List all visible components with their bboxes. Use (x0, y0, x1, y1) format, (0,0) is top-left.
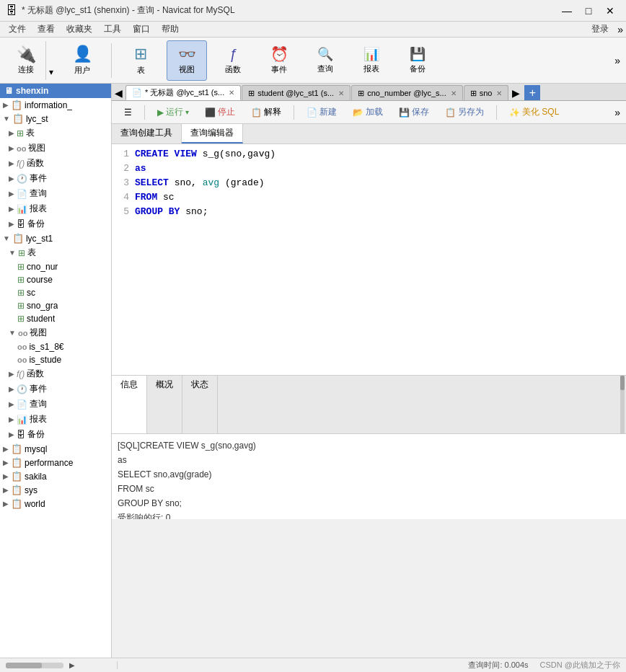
report-group-icon: 📊 (17, 204, 27, 214)
tab-cno-close[interactable]: ✕ (451, 89, 457, 97)
toolbar-report-button[interactable]: 📊 报表 (351, 40, 392, 81)
toolbar-table-button[interactable]: ⊞ 表 (120, 40, 161, 81)
tab-student[interactable]: ⊞ student @lyc_st1 (s... ✕ (242, 85, 351, 100)
result-select-line: SELECT sno,avg(grade) (118, 467, 620, 482)
tab-cno-label: cno_number @lyc_s... (367, 89, 446, 97)
code-editor[interactable]: 1 CREATE VIEW s_g(sno,gavg) 2 as 3 SELEC… (112, 144, 626, 375)
menu-window[interactable]: 窗口 (127, 22, 156, 37)
tab-prev-icon[interactable]: ◀ (112, 85, 125, 100)
toolbar-expand-icon[interactable]: » (614, 55, 620, 66)
sidebar-item-cno-number[interactable]: ⊞ cno_nur (0, 260, 111, 273)
sidebar-item-lyc-st-event[interactable]: ▶ 🕐 事件 (0, 171, 111, 186)
sidebar-item-lyc-st-func[interactable]: ▶ f() 函数 (0, 156, 111, 171)
tab-cno-icon: ⊞ (358, 89, 364, 98)
result-tab-info[interactable]: 信息 (112, 376, 147, 433)
close-button[interactable]: ✕ (600, 4, 620, 18)
minimize-button[interactable]: — (557, 4, 577, 18)
sidebar-item-lyc-st1-event[interactable]: ▶ 🕐 事件 (0, 381, 111, 397)
new-button[interactable]: 📄 新建 (300, 103, 343, 121)
result-tab-status[interactable]: 状态 (182, 376, 218, 433)
tab-query1[interactable]: 📄 * 无标题 @lyc_st1 (s... ✕ (125, 85, 241, 100)
sidebar-item-course[interactable]: ⊞ course (0, 273, 111, 286)
menu-view[interactable]: 查看 (32, 22, 61, 37)
tab-query1-close[interactable]: ✕ (229, 89, 234, 97)
beautify-button[interactable]: ✨ 美化 SQL (503, 103, 565, 121)
tab-cno[interactable]: ⊞ cno_number @lyc_s... ✕ (351, 85, 463, 100)
explain-button[interactable]: 📋 解释 (244, 103, 288, 121)
line-num-2: 2 (115, 162, 129, 176)
load-button[interactable]: 📂 加载 (346, 103, 389, 121)
sidebar-item-lyc-st-view[interactable]: ▶ oo 视图 (0, 141, 111, 156)
result-tab-overview-label: 概况 (156, 379, 173, 389)
sidebar-item-sc[interactable]: ⊞ sc (0, 286, 111, 299)
sidebar-item-is-student[interactable]: oo is_stude (0, 353, 111, 366)
run-button[interactable]: ▶ 运行 ▾ (151, 103, 195, 121)
db-performance-icon: 📋 (11, 457, 22, 468)
connect-dropdown-icon[interactable]: ▾ (45, 41, 56, 80)
query-toolbar-icon: 🔍 (317, 46, 333, 62)
table-sno-icon: ⊞ (17, 301, 25, 311)
toolbar-function-button[interactable]: ƒ 函数 (213, 40, 253, 81)
tab-sno-close[interactable]: ✕ (496, 89, 502, 97)
result-tab-overview[interactable]: 概况 (147, 376, 182, 433)
sidebar-item-lyc-st1[interactable]: ▼ 📋 lyc_st1 (0, 231, 111, 245)
sidebar-item-lyc-st-query[interactable]: ▶ 📄 查询 (0, 186, 111, 201)
sidebar-item-world[interactable]: ▶ 📋 world (0, 497, 111, 510)
sidebar-item-performance[interactable]: ▶ 📋 performance (0, 456, 111, 469)
sidebar-item-lyc-st-report-label: 报表 (30, 203, 47, 215)
sidebar-item-is-s1[interactable]: oo is_s1_8€ (0, 340, 111, 353)
view-is-student-icon: oo (17, 355, 27, 364)
menu-login[interactable]: 登录 (586, 22, 614, 37)
sidebar-item-sakila[interactable]: ▶ 📋 sakila (0, 469, 111, 483)
sidebar-item-lyc-st-table-label: 表 (26, 127, 35, 139)
tab-student-close[interactable]: ✕ (338, 89, 344, 97)
tab-query-editor[interactable]: 查询编辑器 (182, 124, 243, 143)
save-as-button[interactable]: 📋 另存为 (438, 103, 490, 121)
toolbar-query-button[interactable]: 🔍 查询 (305, 40, 345, 81)
toolbar-view-button[interactable]: 👓 视图 (167, 40, 207, 81)
toolbar-connect-button[interactable]: 🔌 连接 ▾ (6, 40, 56, 81)
menu-favorites[interactable]: 收藏夹 (61, 22, 98, 37)
menu-tools[interactable]: 工具 (98, 22, 127, 37)
sidebar-item-lyc-st-table[interactable]: ▶ ⊞ 表 (0, 125, 111, 141)
sidebar-item-student[interactable]: ⊞ student (0, 312, 111, 325)
sidebar-item-lyc-st1-query[interactable]: ▶ 📄 查询 (0, 397, 111, 412)
sidebar-item-lyc-st1-func[interactable]: ▶ f() 函数 (0, 366, 111, 381)
stop-button[interactable]: ⬛ 停止 (198, 103, 242, 121)
sidebar-item-lyc-st-report[interactable]: ▶ 📊 报表 (0, 201, 111, 216)
code-line-5: 5 GROUP BY sno; (115, 205, 623, 219)
menu-file[interactable]: 文件 (3, 22, 32, 37)
toolbar-event-button[interactable]: ⏰ 事件 (259, 40, 299, 81)
toolbar-user-button[interactable]: 👤 用户 (62, 40, 102, 81)
sidebar-item-lyc-st[interactable]: ▼ 📋 lyc_st (0, 112, 111, 125)
tab-add-button[interactable]: + (524, 85, 540, 100)
sidebar-item-mysql[interactable]: ▶ 📋 mysql (0, 442, 111, 456)
hamburger-menu-button[interactable]: ☰ (118, 105, 138, 120)
action-expand-icon[interactable]: » (614, 107, 620, 118)
toolbar-backup-button[interactable]: 💾 备份 (397, 40, 438, 81)
sidebar-item-lyc-st1-table-group[interactable]: ▼ ⊞ 表 (0, 245, 111, 260)
menu-help[interactable]: 帮助 (156, 22, 185, 37)
table-course-icon: ⊞ (17, 275, 25, 285)
result-from-text: FROM sc (118, 484, 154, 494)
tab-next-icon[interactable]: ▶ (509, 85, 523, 100)
tab-query-builder[interactable]: 查询创建工具 (112, 124, 182, 143)
sidebar-item-sno-grade[interactable]: ⊞ sno_gra (0, 299, 111, 312)
expand-icon-lyc-st1-backup: ▶ (9, 430, 14, 438)
action-separator-1 (144, 105, 145, 120)
sidebar-item-lyc-st-backup[interactable]: ▶ 🗄 备份 (0, 216, 111, 231)
chevron-right-icon[interactable]: » (617, 24, 623, 35)
sidebar-item-performance-label: performance (25, 458, 73, 468)
table-group-icon: ⊞ (17, 128, 24, 138)
tab-sno[interactable]: ⊞ sno ✕ (464, 85, 509, 100)
sidebar-item-information[interactable]: ▶ 📋 information_ (0, 98, 111, 112)
sidebar-scrollbar[interactable] (6, 663, 63, 668)
sidebar-item-sys[interactable]: ▶ 📋 sys (0, 483, 111, 497)
sidebar-scroll-right[interactable]: ▶ (69, 661, 75, 669)
sidebar-item-lyc-st1-view-group[interactable]: ▼ oo 视图 (0, 325, 111, 340)
sidebar-item-lyc-st1-report[interactable]: ▶ 📊 报表 (0, 412, 111, 427)
save-button[interactable]: 💾 保存 (392, 103, 436, 121)
beautify-icon: ✨ (509, 107, 520, 118)
sidebar-item-lyc-st1-backup[interactable]: ▶ 🗄 备份 (0, 427, 111, 442)
maximize-button[interactable]: □ (578, 4, 599, 18)
